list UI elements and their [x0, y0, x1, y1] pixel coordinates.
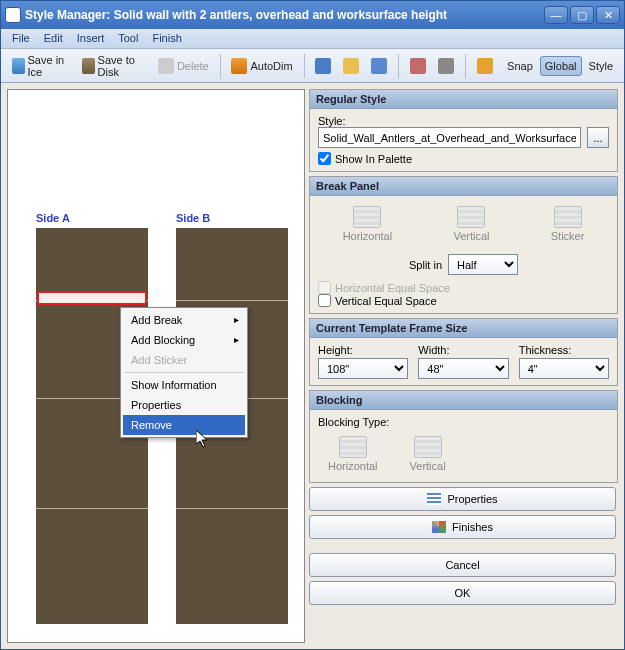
properties-button[interactable]: Properties	[309, 487, 616, 511]
height-select[interactable]: 108"	[318, 358, 408, 379]
show-in-palette-checkbox[interactable]: Show In Palette	[318, 152, 609, 165]
width-select[interactable]: 48"	[418, 358, 508, 379]
snap-button[interactable]: Snap	[502, 56, 538, 76]
tool-b[interactable]	[433, 54, 459, 78]
thickness-label: Thickness:	[519, 344, 609, 356]
pan-tool[interactable]	[366, 54, 392, 78]
style-button[interactable]: Style	[584, 56, 618, 76]
side-a-label: Side A	[36, 212, 70, 224]
ctx-remove[interactable]: Remove	[123, 415, 245, 435]
break-vertical[interactable]: Vertical	[447, 204, 495, 244]
v-equal-space-checkbox[interactable]: Vertical Equal Space	[318, 294, 609, 307]
h-equal-space-checkbox: Horizontal Equal Space	[318, 281, 609, 294]
finishes-button[interactable]: Finishes	[309, 515, 616, 539]
vertical-break-icon	[457, 206, 485, 228]
selected-break[interactable]	[37, 291, 147, 305]
menu-finish[interactable]: Finish	[145, 29, 188, 48]
height-label: Height:	[318, 344, 408, 356]
menu-insert[interactable]: Insert	[70, 29, 112, 48]
content-area: Side A Side B Add Break Add Blocking Add…	[1, 83, 624, 649]
ctx-show-info[interactable]: Show Information	[123, 375, 245, 395]
split-in-label: Split in	[409, 259, 442, 271]
regular-style-header: Regular Style	[310, 90, 617, 109]
autodim-icon	[231, 58, 247, 74]
delete-button[interactable]: Delete	[153, 54, 214, 78]
menubar: File Edit Insert Tool Finish	[1, 29, 624, 49]
app-icon	[5, 7, 21, 23]
minimize-button[interactable]: —	[544, 6, 568, 24]
sticker-icon	[554, 206, 582, 228]
pointer-tool[interactable]	[310, 54, 336, 78]
horizontal-break-icon	[353, 206, 381, 228]
break-panel-header: Break Panel	[310, 177, 617, 196]
save-to-disk-button[interactable]: Save to Disk	[77, 50, 151, 82]
side-b-label: Side B	[176, 212, 210, 224]
context-menu: Add Break Add Blocking Add Sticker Show …	[120, 307, 248, 438]
autodim-button[interactable]: AutoDim	[226, 54, 297, 78]
blocking-horizontal[interactable]: Horizontal	[322, 434, 384, 474]
style-label: Style:	[318, 115, 609, 127]
ctx-add-blocking[interactable]: Add Blocking	[123, 330, 245, 350]
toolbar: Save in Ice Save to Disk Delete AutoDim …	[1, 49, 624, 83]
width-label: Width:	[418, 344, 508, 356]
magnifier-icon	[343, 58, 359, 74]
tool-a[interactable]	[405, 54, 431, 78]
finishes-icon	[432, 521, 446, 533]
close-button[interactable]: ✕	[596, 6, 620, 24]
blocking-header: Blocking	[310, 391, 617, 410]
vertical-blocking-icon	[414, 436, 442, 458]
style-name-input[interactable]	[318, 127, 581, 148]
blocking-vertical[interactable]: Vertical	[404, 434, 452, 474]
ctx-add-break[interactable]: Add Break	[123, 310, 245, 330]
floppy-icon	[82, 58, 95, 74]
window: Style Manager: Solid wall with 2 antlers…	[0, 0, 625, 650]
split-in-select[interactable]: Half	[448, 254, 518, 275]
global-button[interactable]: Global	[540, 56, 582, 76]
save-in-ice-button[interactable]: Save in Ice	[7, 50, 75, 82]
text-t-icon	[438, 58, 454, 74]
thickness-select[interactable]: 4"	[519, 358, 609, 379]
check-icon	[477, 58, 493, 74]
disk-icon	[12, 58, 25, 74]
frame-size-header: Current Template Frame Size	[310, 319, 617, 338]
side-panel: Regular Style Style: ... Show In Palette…	[309, 89, 618, 643]
break-horizontal[interactable]: Horizontal	[337, 204, 399, 244]
pointer-icon	[315, 58, 331, 74]
menu-edit[interactable]: Edit	[37, 29, 70, 48]
blocking-section: Blocking Blocking Type: Horizontal Verti…	[309, 390, 618, 483]
blocking-type-label: Blocking Type:	[318, 416, 609, 428]
style-browse-button[interactable]: ...	[587, 127, 609, 148]
menu-file[interactable]: File	[5, 29, 37, 48]
panel-icon	[410, 58, 426, 74]
ok-button[interactable]: OK	[309, 581, 616, 605]
move-arrows-icon	[371, 58, 387, 74]
maximize-button[interactable]: ▢	[570, 6, 594, 24]
menu-tool[interactable]: Tool	[111, 29, 145, 48]
check-tool[interactable]	[472, 54, 498, 78]
frame-size-section: Current Template Frame Size Height: 108"…	[309, 318, 618, 386]
button-column: Properties Finishes Cancel OK	[309, 487, 618, 605]
preview-canvas[interactable]: Side A Side B Add Break Add Blocking Add…	[7, 89, 305, 643]
break-panel-section: Break Panel Horizontal Vertical Sticker …	[309, 176, 618, 314]
ctx-properties[interactable]: Properties	[123, 395, 245, 415]
cancel-button[interactable]: Cancel	[309, 553, 616, 577]
break-sticker[interactable]: Sticker	[545, 204, 591, 244]
zoom-tool[interactable]	[338, 54, 364, 78]
delete-x-icon	[158, 58, 174, 74]
ctx-add-sticker: Add Sticker	[123, 350, 245, 370]
properties-icon	[427, 493, 441, 505]
window-title: Style Manager: Solid wall with 2 antlers…	[25, 8, 544, 22]
titlebar: Style Manager: Solid wall with 2 antlers…	[1, 1, 624, 29]
horizontal-blocking-icon	[339, 436, 367, 458]
regular-style-section: Regular Style Style: ... Show In Palette	[309, 89, 618, 172]
